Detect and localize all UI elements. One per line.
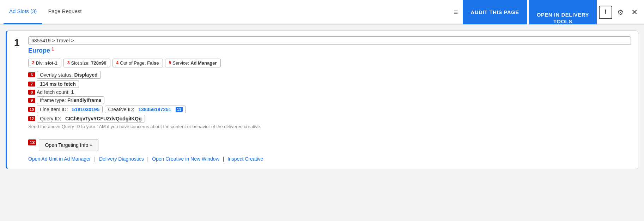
hamburger-button[interactable]: ≡ <box>451 5 461 19</box>
ad-slot-card: 1 6355419 > Travel > Europe 1 2 Div: slo… <box>6 30 638 169</box>
creative-id-box: Creative ID: 138356197251 11 <box>105 106 186 113</box>
slot-header: 6355419 > Travel > Europe 1 <box>28 36 631 54</box>
overlay-status-box: Overlay status: Displayed <box>37 71 101 79</box>
slot-name-row: Europe 1 <box>28 46 631 54</box>
iframe-type-box: Iframe type: FriendlyIframe <box>37 96 104 104</box>
link-delivery-diagnostics[interactable]: Delivery Diagnostics <box>99 156 144 162</box>
row-overlay-status: 6 Overlay status: Displayed <box>28 71 631 79</box>
tab-adslots[interactable]: Ad Slots (3) <box>4 0 42 24</box>
row-query-id: 12 Query ID: CICh6qvTyvYCFUZdvQodgiIKQg <box>28 115 631 123</box>
line-item-id-link[interactable]: 5181030195 <box>72 107 100 112</box>
row-num-11: 11 <box>176 107 183 112</box>
breadcrumb: 6355419 > Travel > <box>28 36 631 45</box>
toolbar-tabs: Ad Slots (3) Page Request <box>4 0 451 24</box>
query-id-value: CICh6qvTyvYCFUZdvQodgiIKQg <box>65 116 142 121</box>
pill-service: 5 Service: Ad Manager <box>165 59 221 67</box>
query-note: Send the above Query ID to your TAM if y… <box>28 124 631 129</box>
settings-button[interactable]: ⚙ <box>614 5 626 19</box>
query-id-box: Query ID: CICh6qvTyvYCFUZdvQodgiIKQg <box>37 115 145 123</box>
info-pills: 2 Div: slot-1 3 Slot size: 728x90 4 Out … <box>28 59 631 67</box>
audit-this-page-button[interactable]: AUDIT THIS PAGE <box>463 0 527 24</box>
link-open-ad-unit[interactable]: Open Ad Unit in Ad Manager <box>28 156 91 162</box>
row-num-8: 8 <box>28 90 35 95</box>
row-num-10: 10 <box>28 107 35 112</box>
slot-name-number: 1 <box>51 46 54 52</box>
open-in-delivery-tools-button[interactable]: OPEN IN DELIVERY TOOLS <box>529 0 597 24</box>
line-item-id-box: Line Item ID: 5181030195 <box>37 106 103 113</box>
sep-3: | <box>223 156 226 162</box>
row-fetch-count: 8 Ad fetch count: 1 <box>28 89 631 95</box>
sep-2: | <box>147 156 150 162</box>
toolbar: Ad Slots (3) Page Request ≡ AUDIT THIS P… <box>0 0 644 25</box>
slot-number: 1 <box>14 38 20 48</box>
fetch-time-box: 114 ms to fetch <box>37 80 79 88</box>
pill-outofpage: 4 Out of Page: False <box>113 59 163 67</box>
pill-num-3: 3 <box>67 60 70 65</box>
info-rows: 6 Overlay status: Displayed 7 114 ms to … <box>28 71 631 123</box>
row-iframe-type: 9 Iframe type: FriendlyIframe <box>28 96 631 104</box>
link-inspect-creative[interactable]: Inspect Creative <box>227 156 263 162</box>
link-open-creative-new-window[interactable]: Open Creative in New Window <box>152 156 219 162</box>
footer-links: Open Ad Unit in Ad Manager | Delivery Di… <box>28 156 631 162</box>
creative-id-link[interactable]: 138356197251 <box>138 107 171 112</box>
pill-div: 2 Div: slot-1 <box>28 59 61 67</box>
feedback-icon: ! <box>604 8 607 16</box>
close-icon: ✕ <box>631 8 638 17</box>
slot-name: Europe <box>28 47 50 54</box>
row-num-7: 7 <box>28 82 35 86</box>
targeting-row: 13 Open Targeting Info + <box>28 134 631 151</box>
feedback-icon-button[interactable]: ! <box>599 6 612 19</box>
tab-pagerequest[interactable]: Page Request <box>42 0 87 24</box>
open-targeting-info-button[interactable]: Open Targeting Info + <box>39 139 98 151</box>
pill-num-5: 5 <box>169 60 171 65</box>
row-num-9: 9 <box>28 98 35 103</box>
sep-1: | <box>94 156 97 162</box>
pill-num-2: 2 <box>32 60 35 65</box>
row-num-12: 12 <box>28 116 35 121</box>
toolbar-actions: ≡ AUDIT THIS PAGE OPEN IN DELIVERY TOOLS… <box>451 0 640 24</box>
main-content: 1 6355419 > Travel > Europe 1 2 Div: slo… <box>0 25 644 175</box>
row-num-6: 6 <box>28 72 35 77</box>
settings-icon: ⚙ <box>617 8 624 17</box>
row-line-item-creative: 10 Line Item ID: 5181030195 Creative ID:… <box>28 106 631 113</box>
targeting-num: 13 <box>28 139 36 145</box>
row-fetch-time: 7 114 ms to fetch <box>28 80 631 88</box>
pill-slotsize: 3 Slot size: 728x90 <box>63 59 110 67</box>
pill-num-4: 4 <box>116 60 119 65</box>
close-button[interactable]: ✕ <box>628 5 640 20</box>
